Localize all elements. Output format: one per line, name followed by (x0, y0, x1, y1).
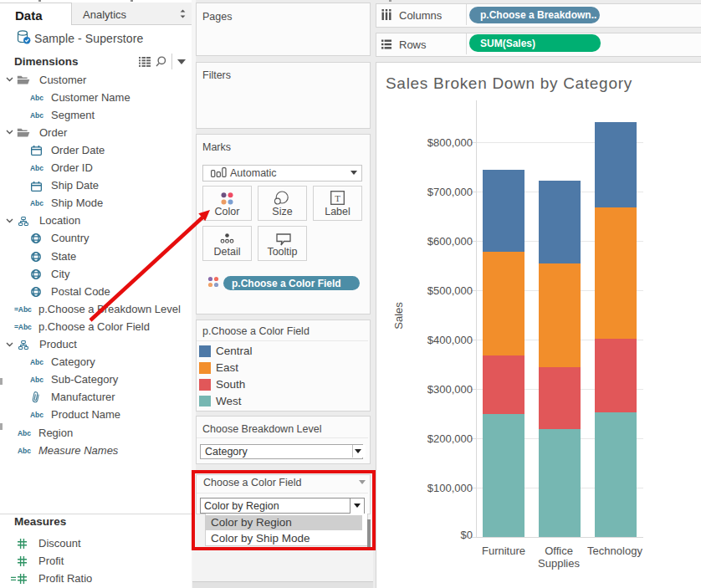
svg-text:T: T (335, 193, 340, 203)
